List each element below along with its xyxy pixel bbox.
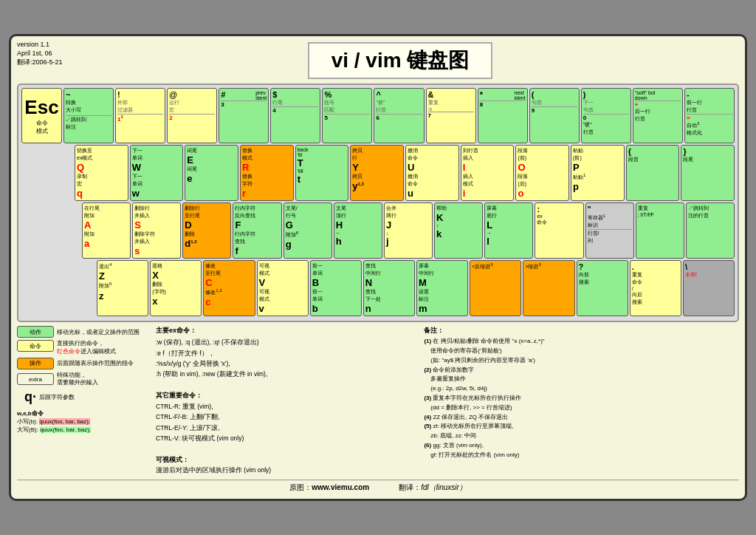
k-key: 帮助 K ↑ k: [434, 202, 483, 259]
footer-translator: 翻译：fdl（linuxsir）: [399, 483, 467, 493]
excl-key: ! 外部过滤器 12: [115, 88, 165, 143]
w-key: 下一单词 W 下一单词 w: [130, 145, 184, 201]
n-key: 查找中间行 N 查找下一处 n: [363, 260, 415, 316]
amp-key: & 重复:s 7: [426, 88, 476, 143]
d-key: 删除行至行尾 D 删除 d1,3: [182, 202, 231, 259]
version-info: version 1.1 April 1st, 06 翻译:2006-5-21: [17, 41, 63, 67]
e-key: 词尾 E 词尾 e: [185, 145, 238, 201]
apos-key: ↗跳转到注的行首: [686, 202, 735, 259]
legend-green-desc: 移动光标，或者定义操作的范围: [57, 328, 140, 336]
r-key: 替换模式 R 替换字符 r: [240, 145, 294, 201]
legend-area: 动作 移动光标，或者定义操作的范围 命令 直接执行的命令，红色命令进入编辑模式 …: [17, 326, 150, 476]
commands-title: 主要ex命令：: [156, 326, 418, 335]
legend-orange-desc: 后面跟随表示操作范围的指令: [57, 359, 134, 367]
q-key: 切换至ex模式 Q 录制宏 q: [75, 145, 128, 201]
legend-extra-desc: 特殊功能， 需要额外的输入: [57, 372, 98, 387]
p-key: 粘贴(前) P 粘贴1 p: [571, 145, 625, 201]
g-key: 文尾/行号 G 附加6 g: [284, 202, 332, 259]
j-key: 合并两行 J ↓ j: [384, 202, 433, 259]
star-key: * nextident 8: [478, 88, 528, 143]
commands-area: 主要ex命令： :w (保存), :q (退出), :q! (不保存退出) :e…: [156, 326, 418, 476]
i-key: 到行首插入 I 插入模式 i: [461, 145, 515, 201]
lparen-key: ( 句首 9: [529, 88, 580, 143]
x-key: 退格 X 删除(字符) x: [150, 260, 202, 316]
question-key: ? 向前搜索: [577, 260, 628, 316]
main-title: vi / vim 键盘图: [308, 42, 493, 79]
hash-key: # prevident 3: [219, 88, 269, 143]
legend-orange-box: 操作: [17, 358, 54, 369]
dot-key: . 重复命令 /向后搜索: [630, 260, 681, 316]
minus-key: - 前一行行首 = 自动3格式化: [684, 88, 735, 143]
a-key: 在行尾附加 A 附加 a: [82, 202, 131, 259]
esc-key: Esc 命令模式: [21, 88, 62, 143]
m-key: 屏幕中间行 M 设置标注 m: [416, 260, 468, 316]
tilde-key: ~ 转换大小写 ↙跳转到标注: [63, 88, 114, 143]
dollar-key: $ 行尾 4: [270, 88, 320, 143]
rparen-key: ) 下一句首 0 "硬"行首: [581, 88, 631, 143]
colon-key: : ex命令: [535, 202, 583, 259]
keyboard-wrapper: Esc 命令模式 ~ 转换大小写 ↙跳转到标注 ! 外: [17, 84, 739, 322]
rbrace-key: } 段尾: [681, 145, 735, 201]
backslash-key: \ 未用!: [683, 260, 735, 316]
c-key: 修改至行尾 C 修改1,3 c: [203, 260, 255, 316]
z-key: 退出4 Z 附加5 z: [97, 260, 148, 316]
f-key: 行内字符反向查找 F 行内字符查找 f: [233, 202, 281, 259]
main-container: version 1.1 April 1st, 06 翻译:2006-5-21 v…: [9, 34, 747, 501]
legend-yellow-desc: 直接执行的命令，红色命令进入编辑模式: [57, 340, 116, 355]
legend-yellow-box: 命令: [17, 340, 54, 352]
softbol-key: "soft" boldown + 后一行行首: [633, 88, 683, 143]
semicolon-key: 重复; t/T/f/F: [636, 202, 684, 259]
s-key: 删除行并插入 S 删除字符并插入 s: [132, 202, 181, 259]
legend-green-box: 动作: [17, 326, 54, 338]
t-key: back'til T 'till t: [295, 145, 349, 201]
wbe-section: w,e,b命令 小写(b): quux(foo, bar, baz); 大写(B…: [17, 409, 150, 434]
notes-title: 备注：: [424, 326, 739, 335]
footer: 原图：www.viemu.com 翻译：fdl（linuxsir）: [17, 480, 739, 493]
quote-key: " 寄存器1标识 行首/列: [585, 202, 634, 259]
caret-key: ^ "获"行首 6: [374, 88, 424, 143]
v-key: 可视模式 V 可视模式 v: [257, 260, 309, 316]
notes-area: 备注： (1) 在 拷贝/粘贴/删除 命令前使用 "x (x=a..z,*)" …: [424, 326, 739, 476]
lbrace-key: { 段首: [626, 145, 680, 201]
title-area: vi / vim 键盘图: [17, 42, 739, 79]
h-key: 文尾顶行 H ← h: [334, 202, 382, 259]
percent-key: % 括号匹配 5: [322, 88, 372, 143]
l-key: 屏幕底行 L → l: [484, 202, 533, 259]
q-desc: 后跟字符参数: [39, 393, 75, 401]
b-key: 前一单词 B 前一单词 b: [310, 260, 362, 316]
notes-list: (1) 在 拷贝/粘贴/删除 命令前使用 "x (x=a..z,*)" 使用命令…: [424, 337, 739, 460]
commands-list: :w (保存), :q (退出), :q! (不保存退出) :e f（打开文件 …: [156, 337, 418, 476]
legend-extra-box: extra: [17, 373, 54, 385]
u-key: 撤消命令 U 撤消命令 u: [405, 145, 459, 201]
footer-original: 原图：www.viemu.com: [289, 483, 369, 493]
o-key: 段落(前) O 段落(后) o: [515, 145, 569, 201]
q-sample: q·: [24, 389, 36, 405]
lt-key: <反缩进3: [470, 260, 521, 316]
gt-key: >缩进3: [523, 260, 574, 316]
at-key: @ 运行宏 2: [167, 88, 217, 143]
y-key: 拷贝行 Y 拷贝 y1,3: [350, 145, 404, 201]
